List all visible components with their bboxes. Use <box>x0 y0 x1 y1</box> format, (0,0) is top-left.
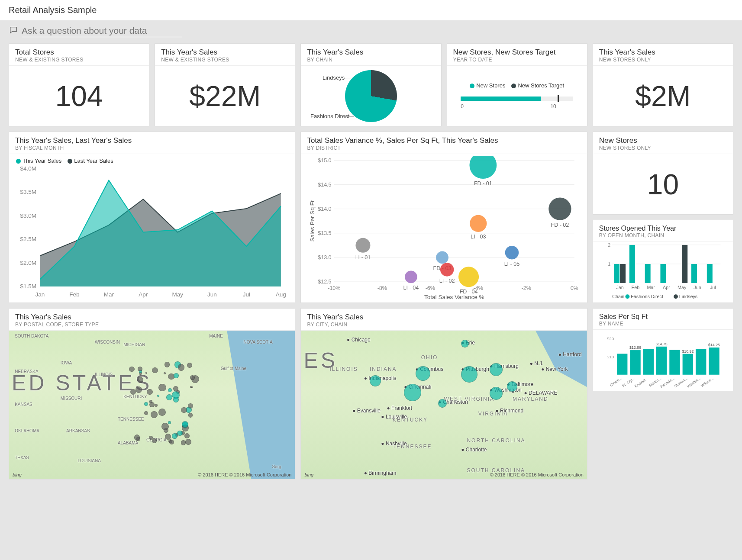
svg-text:Apr: Apr <box>663 285 670 290</box>
tile-subtitle: BY CHAIN <box>307 57 435 63</box>
svg-text:LI - 03: LI - 03 <box>471 234 486 240</box>
map-copyright: © 2016 HERE © 2016 Microsoft Corporation <box>198 472 291 477</box>
area-chart: $1.5M$2.0M$2.5M$3.0M$3.5M$4.0MJanFebMarA… <box>12 164 289 299</box>
tile-sales-new[interactable]: This Year's Sales NEW STORES ONLY $2M <box>593 43 733 126</box>
map-viz[interactable]: ES ILLINOISINDIANAOHIOWEST VIRGINIAVIRGI… <box>301 331 587 479</box>
svg-text:$2.5M: $2.5M <box>20 236 36 242</box>
svg-rect-61 <box>645 264 650 283</box>
svg-rect-83 <box>643 349 653 374</box>
svg-text:Lindseys: Lindseys <box>679 294 697 299</box>
kpi-value: 104 <box>55 80 103 113</box>
svg-text:Sales Per Sq Ft: Sales Per Sq Ft <box>309 200 316 241</box>
tile-title: This Year's Sales <box>599 48 727 57</box>
tile-total-stores[interactable]: Total Stores NEW & EXISTING STORES 104 <box>9 43 149 126</box>
svg-text:Ft. Ogl...: Ft. Ogl... <box>621 376 636 388</box>
svg-text:LI - 04: LI - 04 <box>403 285 419 291</box>
bing-logo: bing <box>13 472 22 477</box>
tile-subtitle: NEW & EXISTING STORES <box>161 57 289 63</box>
qa-input[interactable] <box>22 25 182 37</box>
tile-map-postal[interactable]: This Year's Sales BY POSTAL CODE, STORE … <box>9 308 295 480</box>
scatter-chart: $12.5$13.0$13.5$14.0$14.5$15.0-10%-8%-6%… <box>303 156 585 301</box>
svg-text:$3.0M: $3.0M <box>20 212 36 219</box>
legend: This Year Sales Last Year Sales <box>12 158 289 164</box>
svg-text:$1.5M: $1.5M <box>20 283 36 290</box>
svg-text:FD - 01: FD - 01 <box>474 180 492 187</box>
tile-sales-all[interactable]: This Year's Sales NEW & EXISTING STORES … <box>155 43 295 126</box>
svg-text:Jun: Jun <box>207 291 217 298</box>
tile-title: Total Stores <box>15 48 143 57</box>
svg-text:$4.0M: $4.0M <box>20 165 36 172</box>
svg-text:Jul: Jul <box>710 285 716 290</box>
svg-text:Mar: Mar <box>104 291 114 298</box>
svg-text:Knoxvil...: Knoxvil... <box>634 376 649 389</box>
svg-text:Jan: Jan <box>35 291 45 298</box>
tile-subtitle: NEW STORES ONLY <box>599 57 727 63</box>
svg-text:$12.86: $12.86 <box>629 345 641 350</box>
svg-text:$14.25: $14.25 <box>708 343 720 347</box>
svg-text:Feb: Feb <box>69 291 79 298</box>
svg-text:0%: 0% <box>571 285 578 291</box>
svg-text:Jan: Jan <box>616 285 623 290</box>
svg-rect-80 <box>630 350 640 375</box>
svg-text:LI - 01: LI - 01 <box>355 254 371 261</box>
tile-map-city[interactable]: This Year's Sales BY CITY, CHAIN ES ILLI… <box>300 308 587 480</box>
tile-title: This Year's Sales <box>161 48 289 57</box>
svg-rect-93 <box>696 349 706 374</box>
svg-text:$14.5: $14.5 <box>318 182 332 188</box>
tile-new-stores-target[interactable]: New Stores, New Stores Target YEAR TO DA… <box>447 43 587 126</box>
svg-rect-63 <box>660 264 666 283</box>
tile-subtitle: BY DISTRICT <box>307 145 581 151</box>
map-viz[interactable]: ED STATES SOUTH DAKOTANEBRASKAKANSASOKLA… <box>9 331 295 479</box>
svg-text:$14.0: $14.0 <box>318 206 332 212</box>
svg-text:Chain: Chain <box>612 294 624 299</box>
kpi-value: $22M <box>189 80 261 113</box>
svg-text:FD - 04: FD - 04 <box>460 289 478 295</box>
svg-text:May: May <box>677 285 687 290</box>
tile-title: Total Sales Variance %, Sales Per Sq Ft,… <box>307 136 581 145</box>
svg-point-40 <box>458 267 479 287</box>
svg-text:Feb: Feb <box>631 285 639 290</box>
tile-subtitle: YEAR TO DATE <box>453 57 581 63</box>
tile-variance-scatter[interactable]: Total Sales Variance %, Sales Per Sq Ft,… <box>300 132 587 303</box>
tile-title: This Year's Sales <box>307 313 581 322</box>
svg-point-34 <box>470 156 497 179</box>
svg-rect-69 <box>707 264 713 283</box>
tile-stores-opened[interactable]: Stores Opened This Year BY OPEN MONTH, C… <box>593 220 733 303</box>
svg-text:$20: $20 <box>607 336 614 341</box>
svg-point-50 <box>505 246 519 259</box>
svg-rect-78 <box>617 354 627 374</box>
tile-title: New Stores, New Stores Target <box>453 48 581 57</box>
svg-text:-6%: -6% <box>426 285 435 291</box>
svg-text:Wilson...: Wilson... <box>700 376 714 388</box>
svg-point-48 <box>405 270 417 283</box>
tile-new-stores[interactable]: New Stores NEW STORES ONLY 10 <box>593 132 733 215</box>
map-copyright: © 2016 HERE © 2016 Microsoft Corporation <box>490 472 584 477</box>
svg-text:LI - 02: LI - 02 <box>439 278 455 284</box>
chat-icon <box>9 25 18 37</box>
tile-sales-by-month[interactable]: This Year's Sales, Last Year's Sales BY … <box>9 132 295 303</box>
bing-logo: bing <box>304 472 313 477</box>
svg-text:-8%: -8% <box>377 285 387 291</box>
tile-subtitle: BY NAME <box>599 321 727 327</box>
svg-rect-88 <box>669 350 680 375</box>
bullet-chart: New Stores New Stores Target 010 <box>447 66 587 126</box>
tile-subtitle: BY FISCAL MONTH <box>15 145 289 151</box>
svg-rect-85 <box>656 347 667 375</box>
svg-text:-10%: -10% <box>328 285 341 291</box>
tile-sales-sqft[interactable]: Sales Per Sq Ft BY NAME $10$20Cincin...$… <box>593 308 733 391</box>
svg-point-38 <box>436 251 449 264</box>
svg-text:LI - 05: LI - 05 <box>504 261 520 267</box>
svg-rect-67 <box>691 264 697 283</box>
kpi-value: 10 <box>647 168 679 201</box>
svg-text:Sharon...: Sharon... <box>673 376 688 389</box>
svg-text:Jun: Jun <box>694 285 701 290</box>
tile-title: This Year's Sales, Last Year's Sales <box>15 136 289 145</box>
svg-point-42 <box>356 238 371 253</box>
svg-text:Pasade...: Pasade... <box>659 376 675 389</box>
tile-sales-by-chain[interactable]: This Year's Sales BY CHAIN Lindseys Fash… <box>300 43 441 126</box>
svg-point-46 <box>470 215 487 232</box>
tile-subtitle: BY POSTAL CODE, STORE TYPE <box>15 322 289 328</box>
tile-title: This Year's Sales <box>307 48 435 57</box>
qa-bar <box>0 20 742 43</box>
tile-subtitle: NEW & EXISTING STORES <box>15 57 143 63</box>
